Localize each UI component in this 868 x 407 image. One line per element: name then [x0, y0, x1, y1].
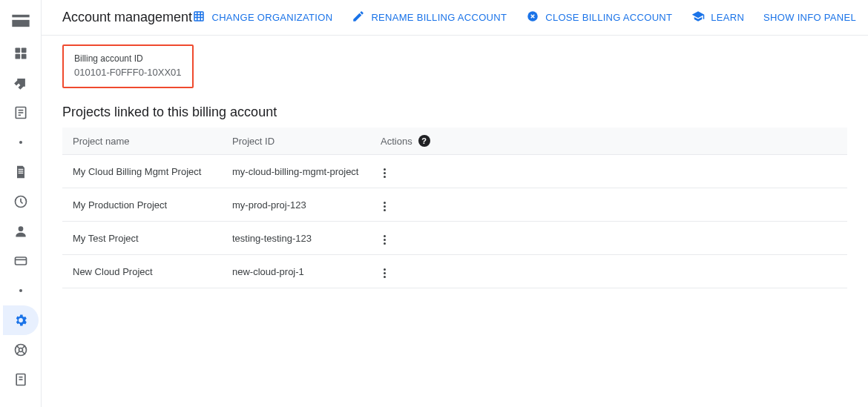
page-header: Account management CHANGE ORGANIZATION R… — [42, 0, 868, 36]
sidebar-item-settings[interactable] — [3, 305, 39, 335]
sidebar-item-overview[interactable] — [3, 39, 39, 68]
row-actions-menu-button[interactable] — [381, 232, 389, 248]
svg-rect-4 — [15, 54, 20, 59]
change-organization-button[interactable]: CHANGE ORGANIZATION — [192, 10, 332, 25]
page-title: Account management — [62, 10, 192, 25]
button-label: SHOW INFO PANEL — [763, 12, 856, 23]
column-header-project-id: Project ID — [222, 128, 370, 155]
svg-rect-0 — [12, 15, 29, 17]
button-label: CLOSE BILLING ACCOUNT — [545, 12, 672, 23]
svg-rect-2 — [15, 48, 20, 53]
project-name-cell: New Cloud Project — [62, 255, 222, 288]
table-row: New Cloud Projectnew-cloud-proj-1 — [62, 255, 847, 288]
svg-rect-1 — [12, 20, 29, 27]
project-name-cell: My Cloud Billing Mgmt Project — [62, 155, 222, 188]
billing-product-icon[interactable] — [6, 9, 36, 33]
project-id-cell: testing-testing-123 — [222, 222, 370, 255]
table-row: My Cloud Billing Mgmt Projectmy-cloud-bi… — [62, 155, 847, 188]
button-label: RENAME BILLING ACCOUNT — [371, 12, 507, 23]
svg-line-20 — [22, 352, 24, 354]
svg-point-18 — [19, 348, 22, 352]
row-actions-menu-button[interactable] — [381, 165, 389, 181]
svg-rect-11 — [18, 171, 23, 171]
svg-rect-3 — [21, 48, 26, 53]
project-name-cell: My Production Project — [62, 188, 222, 222]
billing-id-value: 010101-F0FFF0-10XX01 — [74, 67, 182, 78]
table-row: My Production Projectmy-prod-proj-123 — [62, 188, 847, 222]
column-header-actions: Actions ? — [370, 128, 847, 155]
svg-rect-5 — [21, 54, 26, 59]
table-row: My Test Projecttesting-testing-123 — [62, 222, 847, 255]
svg-rect-10 — [18, 169, 23, 170]
button-label: CHANGE ORGANIZATION — [211, 12, 332, 23]
projects-table: Project name Project ID Actions ? My Clo… — [62, 128, 847, 288]
organization-icon — [192, 10, 206, 25]
project-id-cell: new-cloud-proj-1 — [222, 255, 370, 288]
button-label: LEARN — [711, 12, 744, 23]
billing-id-label: Billing account ID — [74, 53, 182, 64]
svg-line-19 — [16, 345, 19, 348]
svg-line-21 — [16, 352, 19, 354]
pencil-icon — [352, 10, 365, 25]
svg-point-14 — [18, 226, 23, 231]
graduation-cap-icon — [691, 10, 705, 25]
show-info-panel-button[interactable]: SHOW INFO PANEL — [763, 12, 856, 23]
sidebar-divider — [3, 276, 39, 305]
svg-line-22 — [22, 345, 24, 348]
sidebar-item-payment[interactable] — [3, 246, 39, 276]
row-actions-menu-button[interactable] — [381, 199, 389, 214]
project-name-cell: My Test Project — [62, 222, 222, 255]
sidebar-item-documents[interactable] — [3, 157, 39, 187]
close-billing-account-button[interactable]: CLOSE BILLING ACCOUNT — [526, 10, 672, 25]
sidebar-item-reports[interactable] — [3, 98, 39, 128]
sidebar-item-export[interactable] — [3, 365, 39, 394]
svg-rect-15 — [15, 257, 26, 265]
sidebar — [0, 0, 42, 407]
sidebar-item-user[interactable] — [3, 216, 39, 246]
sidebar-item-history[interactable] — [3, 187, 39, 216]
project-id-cell: my-prod-proj-123 — [222, 188, 370, 222]
learn-button[interactable]: LEARN — [691, 10, 744, 25]
close-circle-icon — [526, 10, 539, 25]
svg-rect-26 — [194, 12, 203, 21]
sidebar-item-pricing[interactable] — [3, 68, 39, 98]
project-id-cell: my-cloud-billing-mgmt-project — [222, 155, 370, 188]
actions-label: Actions — [381, 136, 412, 147]
sidebar-divider — [3, 128, 39, 157]
svg-rect-12 — [18, 173, 23, 173]
row-actions-menu-button[interactable] — [381, 265, 389, 281]
rename-billing-account-button[interactable]: RENAME BILLING ACCOUNT — [352, 10, 507, 25]
billing-account-id-box: Billing account ID 010101-F0FFF0-10XX01 — [62, 44, 194, 88]
projects-section-title: Projects linked to this billing account — [62, 105, 847, 120]
help-icon[interactable]: ? — [418, 135, 430, 147]
column-header-project-name: Project name — [62, 128, 222, 155]
sidebar-item-support[interactable] — [3, 335, 39, 365]
